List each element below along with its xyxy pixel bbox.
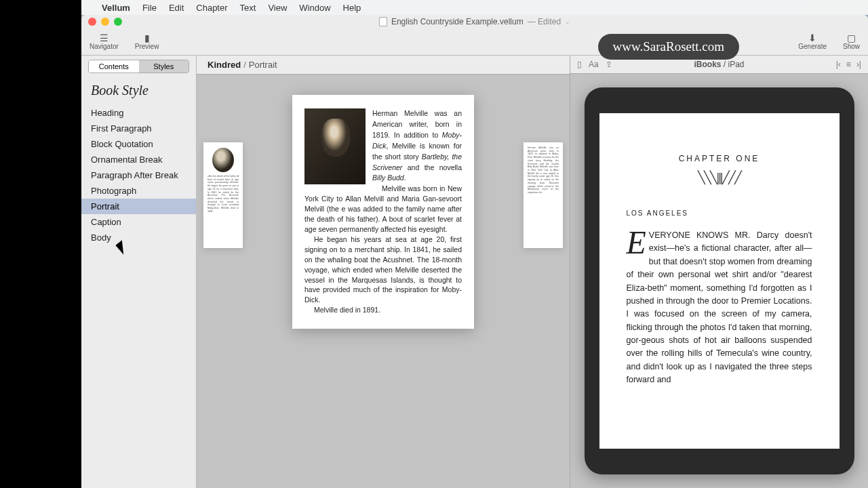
menu-file[interactable]: File [142, 3, 157, 13]
tab-contents[interactable]: Contents [89, 60, 139, 73]
style-body[interactable]: Body [81, 230, 196, 245]
menu-edit[interactable]: Edit [169, 3, 184, 13]
preview-panel: ▯ Aa ⇪ iBooks / iPad |‹ ≡ ›| [570, 56, 868, 488]
carousel-current-card: Herman Melville was an American writer, … [292, 95, 474, 329]
style-ornamental-break[interactable]: Ornamental Break [81, 152, 196, 167]
center-panel: Kindred / Portrait after the death of hi… [197, 56, 570, 488]
style-carousel: after the death of his father. A bout of… [197, 75, 570, 488]
style-portrait[interactable]: Portrait [81, 199, 196, 214]
menubar: Vellum File Edit Chapter Text View Windo… [81, 0, 868, 15]
page-next-button[interactable]: ›| [856, 60, 861, 69]
device-icon: ▮ [141, 33, 153, 43]
minimize-button[interactable] [101, 18, 109, 26]
title-dropdown-icon[interactable]: ⌄ [565, 18, 570, 25]
lock-icon[interactable]: ⇪ [606, 60, 612, 69]
download-icon: ⬇ [806, 33, 818, 43]
carousel-next-card[interactable]: Herman Melville was an American writer, … [524, 142, 563, 248]
breadcrumb: Kindred / Portrait [197, 56, 570, 75]
breadcrumb-main: Kindred [208, 60, 241, 70]
portrait-image [304, 108, 366, 184]
menu-window[interactable]: Window [299, 3, 330, 13]
brand-overlay: www.SaraRosett.com [598, 34, 739, 60]
sidebar-tabs: Contents Styles [88, 60, 189, 73]
chapter-body: EVERYONE KNOWS MR. Darcy doesn't exist—h… [627, 229, 812, 387]
sidebar: Contents Styles Book Style Heading First… [81, 56, 197, 488]
style-list: Heading First Paragraph Block Quotation … [81, 105, 196, 245]
carousel-prev-card[interactable]: after the death of his father. A bout of… [203, 142, 243, 248]
style-block-quotation[interactable]: Block Quotation [81, 136, 196, 152]
breadcrumb-sub: Portrait [249, 60, 277, 70]
close-button[interactable] [88, 18, 96, 26]
navigator-button[interactable]: ☰ Navigator [90, 33, 119, 50]
menu-help[interactable]: Help [343, 3, 361, 13]
device-frame: CHAPTER ONE ╲╲╲|||╱╱╱ LOS ANGELES EVERYO… [585, 87, 854, 474]
style-paragraph-after-break[interactable]: Paragraph After Break [81, 167, 196, 183]
device-select-icon[interactable]: ▯ [577, 60, 582, 69]
edited-indicator: — Edited [528, 17, 561, 26]
tab-styles[interactable]: Styles [139, 60, 189, 73]
font-size-icon[interactable]: Aa [589, 60, 599, 69]
toc-icon[interactable]: ≡ [846, 60, 851, 69]
style-caption[interactable]: Caption [81, 214, 196, 230]
style-heading[interactable]: Heading [81, 105, 196, 121]
window-title: English Countryside Example.vellum [391, 17, 524, 26]
show-button[interactable]: ▢ Show [843, 33, 860, 50]
menu-text[interactable]: Text [240, 3, 256, 13]
page-prev-button[interactable]: |‹ [836, 60, 841, 69]
list-icon: ☰ [98, 33, 110, 43]
menu-view[interactable]: View [268, 3, 287, 13]
chapter-subtitle: LOS ANGELES [627, 209, 812, 217]
maximize-button[interactable] [114, 18, 122, 26]
dropcap: E [627, 229, 649, 257]
box-icon: ▢ [845, 33, 857, 43]
app-name[interactable]: Vellum [102, 3, 130, 13]
toolbar: ☰ Navigator ▮ Preview ⬇ Generate ▢ Show [81, 28, 868, 56]
menu-chapter[interactable]: Chapter [196, 3, 227, 13]
document-icon [379, 17, 387, 26]
portrait-thumb-icon [212, 148, 234, 172]
main-window: English Countryside Example.vellum — Edi… [81, 15, 868, 488]
style-photograph[interactable]: Photograph [81, 183, 196, 199]
chapter-title: CHAPTER ONE [627, 154, 812, 163]
generate-button[interactable]: ⬇ Generate [798, 33, 827, 50]
titlebar: English Countryside Example.vellum — Edi… [81, 15, 868, 28]
device-screen: CHAPTER ONE ╲╲╲|||╱╱╱ LOS ANGELES EVERYO… [599, 113, 840, 449]
chapter-ornament-icon: ╲╲╲|||╱╱╱ [627, 170, 812, 185]
preview-device-label: iBooks / iPad [570, 60, 868, 69]
preview-button[interactable]: ▮ Preview [135, 33, 159, 50]
sidebar-title: Book Style [81, 77, 196, 105]
style-first-paragraph[interactable]: First Paragraph [81, 121, 196, 136]
